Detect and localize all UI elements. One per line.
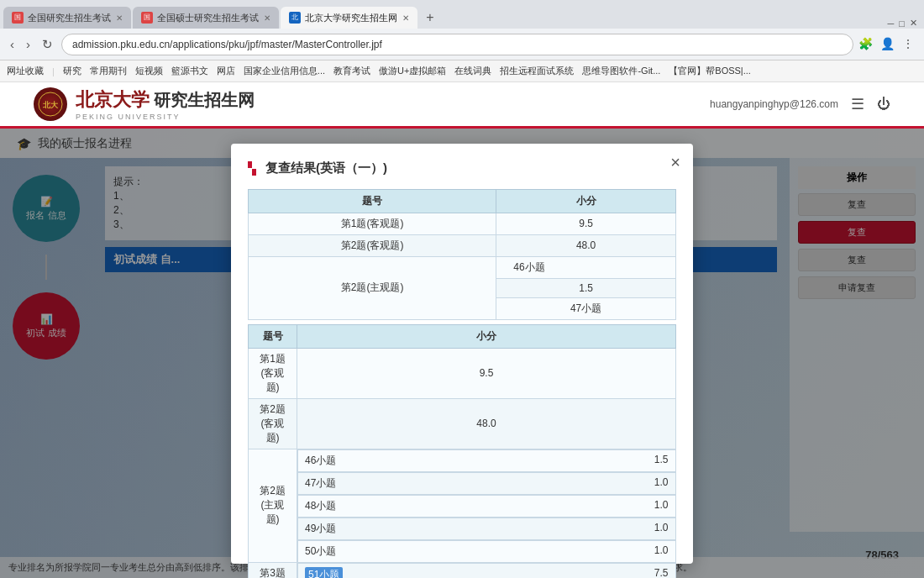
bookmark-13[interactable]: 【官网】帮BOSS|... (669, 65, 751, 77)
bookmark-12[interactable]: 思维导图软件-Git... (582, 65, 660, 77)
q3-sub-label: 第3题(主观题) (249, 563, 297, 579)
th-score: 小分 (297, 324, 676, 348)
browser-maximize[interactable]: □ (899, 18, 905, 29)
modal-title: 复查结果(英语（一）) (248, 160, 676, 176)
th-question: 题号 (249, 324, 297, 348)
tab1-close[interactable]: ✕ (116, 13, 123, 23)
bookmark-1[interactable]: 网址收藏 (7, 65, 44, 77)
table-row: 第1题(客观题) 9.5 (249, 213, 676, 234)
tab-bar: 国 全国研究生招生考试 ✕ 国 全国硕士研究生招生考试 ✕ 北 北京大学研究生招… (0, 0, 924, 29)
modal-close-button[interactable]: × (670, 154, 680, 171)
pku-chinese-name: 北京大学 (76, 87, 150, 113)
browser-minimize[interactable]: ─ (888, 18, 895, 29)
pku-header: 北大 北京大学 研究生招生网 PEKING UNIVERSITY huangya… (0, 82, 924, 129)
pku-site-name: 研究生招生网 (154, 89, 255, 112)
pku-title-group: 北京大学 研究生招生网 PEKING UNIVERSITY (76, 87, 255, 121)
browser-chrome: 国 全国研究生招生考试 ✕ 国 全国硕士研究生招生考试 ✕ 北 北京大学研究生招… (0, 0, 924, 82)
q2-sub-label: 第2题(主观题) (249, 449, 297, 563)
table-row: 第1题(客观题) 9.5 (249, 348, 676, 398)
profile-icon[interactable]: 👤 (880, 37, 895, 52)
tab3-label: 北京大学研究生招生网 (305, 12, 397, 24)
tab1-favicon: 国 (12, 12, 24, 24)
table-row: 48小题1.0 (249, 495, 676, 518)
tab2-close[interactable]: ✕ (264, 13, 270, 23)
user-email: huangyanpinghyp@126.com (710, 98, 838, 110)
pku-main-bg: 🎓 我的硕士报名进程 📝 报名 信息 📊 初试 成绩 (0, 129, 924, 578)
q2-sub50: 50小题1.0 (297, 540, 675, 563)
modal-overlay: × 复查结果(英语（一）) 题号 小分 (0, 129, 924, 578)
back-button[interactable]: ‹ (7, 35, 18, 53)
bookmark-8[interactable]: 教育考试 (333, 65, 370, 77)
bookmark-10[interactable]: 在线词典 (454, 65, 491, 77)
table-row: 47小题1.0 (249, 472, 676, 495)
bookmark-7[interactable]: 国家企业信用信息... (244, 65, 325, 77)
toolbar-icons: 🧩 👤 ⋮ (858, 37, 917, 52)
pku-en-name: PEKING UNIVERSITY (76, 113, 255, 121)
table-row: 第2题(客观题) 48.0 (249, 398, 676, 449)
tab3-close[interactable]: ✕ (402, 13, 409, 23)
q2-score: 48.0 (297, 398, 676, 449)
bookmark-5[interactable]: 籃源书文 (171, 65, 208, 77)
q2-sub47: 47小题1.0 (297, 472, 675, 495)
table-row: 第2题(客观题) 48.0 (249, 234, 676, 256)
svg-text:北大: 北大 (42, 101, 59, 109)
table-row: 50小题1.0 (249, 540, 676, 563)
row1-score: 9.5 (496, 213, 676, 234)
bookmark-3[interactable]: 常用期刊 (90, 65, 127, 77)
q3-sub51: 51小题7.5 (297, 563, 675, 579)
page-content: 北大 北京大学 研究生招生网 PEKING UNIVERSITY huangya… (0, 82, 924, 578)
browser-close[interactable]: ✕ (910, 18, 917, 29)
bookmark-2[interactable]: 研究 (63, 65, 81, 77)
row3-sub2: 47小题 (496, 297, 676, 319)
bookmark-4[interactable]: 短视频 (135, 65, 163, 77)
tab-1[interactable]: 国 全国研究生招生考试 ✕ (3, 7, 131, 29)
forward-button[interactable]: › (23, 35, 34, 53)
pku-user-area: huangyanpinghyp@126.com ☰ ⏻ (710, 95, 890, 113)
tab2-favicon: 国 (141, 12, 153, 24)
modal-dialog: × 复查结果(英语（一）) 题号 小分 (231, 144, 693, 564)
settings-icon[interactable]: ⋮ (902, 37, 917, 52)
tab1-label: 全国研究生招生考试 (28, 12, 111, 24)
pku-logo-area: 北大 北京大学 研究生招生网 PEKING UNIVERSITY (34, 87, 255, 121)
pku-logo: 北大 (34, 87, 67, 121)
row3-sub1-label: 46小题 (496, 256, 676, 278)
result-table-full: 题号 小分 第1题(客观题) 9.5 第2题(客观题) 48.0 (248, 324, 676, 579)
bookmark-9[interactable]: 傲游U+虚拟邮箱 (379, 65, 446, 77)
col-header-number: 题号 (249, 189, 496, 213)
tab-3[interactable]: 北 北京大学研究生招生网 ✕ (281, 7, 417, 29)
row3-label: 第2题(主观题) (249, 256, 496, 319)
menu-icon[interactable]: ☰ (851, 95, 864, 113)
tab-2[interactable]: 国 全国硕士研究生招生考试 ✕ (133, 7, 279, 29)
row2-label: 第2题(客观题) (249, 234, 496, 256)
q2-sub48: 48小题1.0 (297, 495, 675, 518)
row1-label: 第1题(客观题) (249, 213, 496, 234)
table-row: 49小题1.0 (249, 518, 676, 540)
bookmarks-bar: 网址收藏 | 研究 常用期刊 短视频 籃源书文 网店 国家企业信用信息... 教… (0, 60, 924, 82)
row3-sub1-score: 1.5 (496, 278, 676, 297)
col-header-score: 小分 (496, 189, 676, 213)
q2-label: 第2题(客观题) (249, 398, 297, 449)
row2-score: 48.0 (496, 234, 676, 256)
modal-title-text: 复查结果(英语（一）) (265, 160, 387, 176)
tab2-label: 全国硕士研究生招生考试 (157, 12, 259, 24)
table-row: 第3题(主观题) 51小题7.5 (249, 563, 676, 579)
power-icon[interactable]: ⏻ (877, 97, 890, 112)
result-table: 题号 小分 第1题(客观题) 9.5 第2题(客观题) 48.0 (248, 189, 676, 320)
q1-label: 第1题(客观题) (249, 348, 297, 398)
q2-sub49: 49小题1.0 (297, 518, 675, 540)
table-row: 第2题(主观题) 46小题 (249, 256, 676, 278)
q1-score: 9.5 (297, 348, 676, 398)
refresh-button[interactable]: ↻ (39, 35, 56, 54)
bookmark-6[interactable]: 网店 (217, 65, 235, 77)
extensions-icon[interactable]: 🧩 (858, 37, 874, 52)
address-input[interactable] (61, 34, 853, 55)
tab3-favicon: 北 (289, 12, 301, 24)
table-row: 第2题(主观题) 46小题1.5 (249, 449, 676, 472)
q2-sub46: 46小题1.5 (297, 449, 675, 472)
bookmark-11[interactable]: 招生远程面试系统 (500, 65, 574, 77)
new-tab-button[interactable]: + (419, 7, 441, 29)
address-bar-row: ‹ › ↻ 🧩 👤 ⋮ (0, 29, 924, 60)
